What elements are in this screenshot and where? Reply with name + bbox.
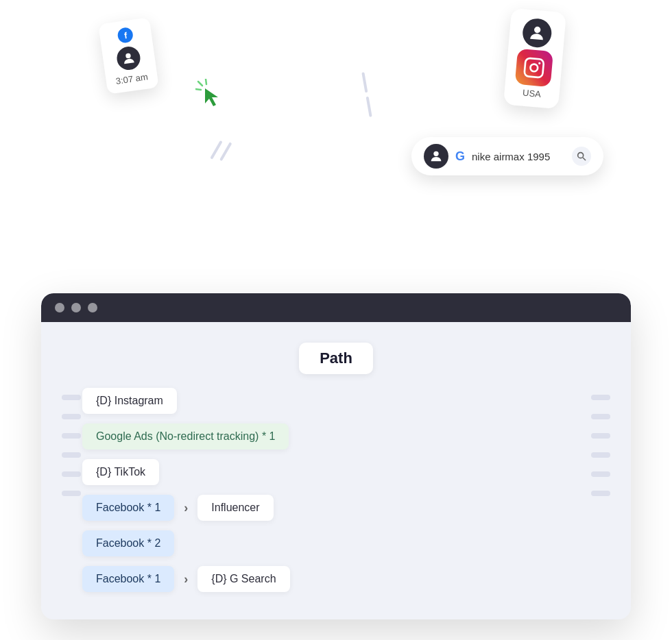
path-items-wrapper: {D} Instagram Google Ads (No-redirect tr…: [69, 388, 603, 592]
path-chip-facebook2: Facebook * 2: [82, 530, 174, 556]
path-chip-facebook1: Facebook * 1: [82, 495, 174, 521]
path-title-container: Path: [69, 343, 603, 388]
browser-titlebar: [41, 293, 631, 322]
slash-decoration-1: [211, 139, 231, 165]
path-items-list: {D} Instagram Google Ads (No-redirect tr…: [69, 388, 603, 592]
path-chip-google-ads: Google Ads (No-redirect tracking) * 1: [82, 423, 289, 450]
svg-marker-4: [205, 88, 218, 106]
path-row-facebook3: Facebook * 1 › {D} G Search: [82, 566, 590, 592]
path-chip-facebook3: Facebook * 1: [82, 566, 174, 592]
svg-point-10: [578, 153, 584, 158]
path-row-instagram: {D} Instagram: [82, 388, 590, 414]
svg-line-3: [206, 79, 206, 84]
browser-content: Path: [41, 322, 631, 619]
right-side-lines: [591, 395, 610, 496]
time-label: 3:07 am: [115, 71, 149, 86]
browser-dot-2: [71, 303, 81, 312]
google-search-card-float: G nike airmax 1995: [411, 137, 603, 175]
svg-point-0: [125, 53, 131, 58]
path-chip-tiktok: {D} TikTok: [82, 459, 159, 485]
svg-line-11: [583, 158, 586, 160]
scene: f 3:07 am: [0, 0, 672, 640]
svg-point-9: [433, 151, 438, 156]
cursor-icon: [195, 79, 226, 112]
chevron-icon-2: ›: [184, 572, 188, 587]
browser-dot-1: [55, 303, 64, 312]
svg-line-1: [198, 82, 202, 86]
chevron-icon-1: ›: [184, 501, 188, 515]
search-magnifier-icon: [572, 147, 591, 166]
left-side-lines: [62, 395, 81, 496]
svg-line-2: [195, 89, 201, 90]
facebook-icon: f: [117, 27, 134, 44]
user-avatar-ig: [522, 17, 553, 49]
svg-rect-6: [524, 58, 544, 78]
user-avatar-search: [424, 144, 448, 169]
svg-point-8: [538, 62, 540, 64]
user-avatar-fb: [116, 45, 142, 71]
path-row-facebook2: Facebook * 2: [82, 530, 590, 556]
path-row-tiktok: {D} TikTok: [82, 459, 590, 485]
path-chip-influencer: Influencer: [197, 495, 273, 521]
usa-label: USA: [523, 88, 542, 99]
svg-point-7: [530, 64, 538, 72]
google-g-icon: G: [455, 149, 465, 164]
svg-point-5: [534, 26, 541, 33]
path-row-google-ads: Google Ads (No-redirect tracking) * 1: [82, 423, 590, 450]
path-title: Path: [299, 343, 373, 374]
path-chip-instagram: {D} Instagram: [82, 388, 177, 414]
instagram-card-float: USA: [503, 8, 566, 109]
path-chip-gsearch: {D} G Search: [197, 566, 289, 592]
slash-decoration-2: [359, 72, 374, 118]
browser-window: Path: [41, 293, 631, 619]
path-row-facebook1: Facebook * 1 › Influencer: [82, 495, 590, 521]
browser-dot-3: [88, 303, 97, 312]
facebook-card-float: f 3:07 am: [98, 17, 159, 94]
instagram-icon: [515, 49, 553, 87]
search-query: nike airmax 1995: [472, 151, 565, 162]
